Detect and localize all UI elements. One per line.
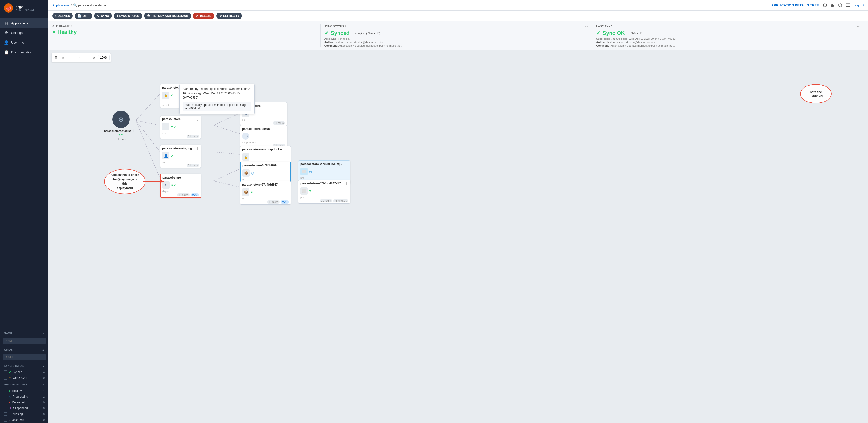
- access-annotation-container: Access this to check the Quay Image of t…: [104, 169, 146, 194]
- zoom-in-btn[interactable]: +: [69, 54, 76, 61]
- filter-health-unknown[interactable]: ? Unknown 0: [0, 417, 49, 423]
- pod-old-more[interactable]: ⋮: [345, 182, 348, 185]
- filter-health-degraded[interactable]: ♥ Degraded 0: [0, 399, 49, 405]
- unknown-label: Unknown: [12, 418, 24, 422]
- healthy-label: Healthy: [12, 389, 22, 392]
- refresh-button[interactable]: ↻ REFRESH ▾: [216, 12, 242, 19]
- app-health-heart-icon: ♥: [52, 29, 56, 35]
- network-view-icon[interactable]: ⬡: [838, 3, 842, 8]
- tree-view-icon[interactable]: ⬡: [823, 3, 827, 8]
- details-label: DETAILS: [58, 14, 70, 18]
- deploy-more[interactable]: ⋮: [195, 176, 199, 180]
- current-app-name: parasol-store-staging: [78, 3, 107, 7]
- sync-author-label: Author:: [324, 41, 334, 43]
- sidebar-nav: ▦ Applications ⚙ Settings 👤 User Info 📋 …: [0, 16, 49, 330]
- pod-old-status: running 1/1: [333, 199, 348, 202]
- rs-old-rev: rev:1: [281, 200, 289, 203]
- degraded-checkbox[interactable]: [4, 401, 7, 404]
- root-node[interactable]: ⊕ parasol-store-staging ⋮ − ♥ ✔ 11 hours: [104, 111, 138, 141]
- root-node-more[interactable]: ⋮: [132, 129, 135, 132]
- secret-top-icon: 🔒: [162, 92, 169, 99]
- filter-health-progressing[interactable]: ◎ Progressing 2: [0, 394, 49, 399]
- filter-health-suspended[interactable]: ⏸ Suspended 0: [0, 405, 49, 411]
- filter-sync-synced[interactable]: ✔ Synced 4: [0, 369, 49, 375]
- last-sync-more[interactable]: ···: [857, 24, 860, 29]
- name-filter-input[interactable]: [3, 338, 45, 344]
- outofsync-label: OutOfSync: [13, 376, 27, 380]
- filter-health-missing[interactable]: ⚠ Missing 0: [0, 411, 49, 417]
- node-deploy[interactable]: parasol-store ⋮ ↻ ♥ ✔ deploy 11 hours re…: [160, 174, 201, 198]
- suspended-checkbox[interactable]: [4, 406, 7, 410]
- sync-label: SYNC: [101, 14, 109, 18]
- suspended-label: Suspended: [13, 406, 28, 410]
- argo-logo-icon: 🐙: [4, 3, 13, 12]
- filter-health-healthy[interactable]: ♥ Healthy 4: [0, 388, 49, 394]
- zoom-out-btn[interactable]: −: [76, 54, 83, 61]
- list-view-icon[interactable]: ☰: [846, 3, 850, 8]
- secret-docker-label: parasol-store-staging-docker...: [242, 148, 285, 151]
- pod-old-icon: ⬜: [301, 187, 308, 195]
- synced-checkbox[interactable]: [4, 370, 7, 374]
- breadcrumb-applications[interactable]: Applications: [52, 3, 69, 7]
- ep-more[interactable]: ⋮: [282, 104, 285, 108]
- zoom-fit-btn[interactable]: ⊠: [91, 54, 97, 61]
- history-rollback-button[interactable]: ⏱ HISTORY AND ROLLBACK: [144, 12, 191, 19]
- details-button[interactable]: ℹ DETAILS: [52, 12, 73, 19]
- sidebar-item-applications[interactable]: ▦ Applications: [0, 18, 49, 28]
- degraded-count: 0: [43, 401, 44, 404]
- breadcrumb-separator: /: [71, 3, 72, 7]
- nav-label-settings: Settings: [11, 31, 23, 35]
- node-rs-old[interactable]: parasol-store-57b4fdd847 ⋮ 📦 ♥ rs 11 hou…: [240, 181, 291, 205]
- fit-view-btn[interactable]: ⊡: [84, 54, 90, 61]
- box-view-btn[interactable]: ⊞: [60, 54, 67, 61]
- last-sync-card: LAST SYNC ℹ ··· ✔ Sync OK to 7b2dcd6 Suc…: [592, 24, 864, 47]
- sidebar-item-documentation[interactable]: 📋 Documentation: [0, 47, 49, 57]
- filter-sync-outofsync[interactable]: ⚠ OutOfSync 0: [0, 375, 49, 381]
- endpointslice-more[interactable]: ⋮: [282, 127, 285, 131]
- zoom-input[interactable]: [98, 55, 110, 60]
- last-sync-comment-value: Automatically updated manifest to point …: [611, 44, 675, 47]
- sync-status-more[interactable]: ···: [585, 24, 588, 29]
- topbar-right: APPLICATION DETAILS TREE ⬡ ⊞ ⬡ ☰ Log out: [772, 3, 864, 8]
- secret-docker-more[interactable]: ⋮: [285, 148, 289, 152]
- grid-view-icon[interactable]: ⊞: [831, 3, 834, 8]
- healthy-checkbox[interactable]: [4, 389, 7, 392]
- node-pod-old[interactable]: parasol-store-57b4fdd847-4l7... ⋮ ⬜ ♥ po…: [298, 180, 350, 203]
- node-endpointslice[interactable]: parasol-store-8k698 ⋮ ES endpointslice 1…: [240, 125, 287, 148]
- svc-time: 11 hours: [187, 135, 199, 138]
- tooltip-message: Automatically updated manifest to point …: [183, 102, 251, 111]
- sync-status-label: SYNC STATUS: [119, 14, 139, 18]
- sidebar-item-settings[interactable]: ⚙ Settings: [0, 28, 49, 38]
- filter-health-header[interactable]: HEALTH STATUS ▲: [0, 381, 49, 388]
- app-health-value: Healthy: [58, 29, 76, 35]
- secret-top-label: parasol-sto...: [162, 86, 180, 89]
- logout-button[interactable]: Log out: [854, 3, 864, 7]
- sidebar-item-user-info[interactable]: 👤 User Info: [0, 38, 49, 47]
- sync-status-icon: ℹ: [117, 14, 118, 18]
- filter-section-sync-status: SYNC STATUS ▲ ✔ Synced 4 ⚠ OutOfSync 0: [0, 362, 49, 381]
- svc-more[interactable]: ⋮: [196, 117, 199, 121]
- delete-button[interactable]: ✕ DELETE: [193, 12, 214, 19]
- filter-kinds-label: KINDS: [4, 348, 13, 351]
- rs-new-more[interactable]: ⋮: [285, 164, 288, 167]
- node-sa[interactable]: parasol-store-staging ⋮ 👤 ✔ sa 11 hours: [160, 144, 201, 168]
- filter-kinds-header[interactable]: KINDS ▲: [0, 346, 49, 353]
- outofsync-checkbox[interactable]: [4, 376, 7, 380]
- rs-old-more[interactable]: ⋮: [285, 183, 289, 187]
- list-view-btn[interactable]: ☰: [53, 54, 59, 61]
- diff-button[interactable]: 📄 DIFF: [75, 12, 92, 19]
- sync-button[interactable]: ↻ SYNC: [94, 12, 112, 19]
- pod-new-more[interactable]: ⋮: [345, 162, 348, 166]
- missing-checkbox[interactable]: [4, 412, 7, 416]
- root-node-minus[interactable]: −: [136, 129, 137, 132]
- tooltip-line1: Authored by Tekton Pipeline <tekton@rhde…: [183, 87, 251, 91]
- filter-sync-status-header[interactable]: SYNC STATUS ▲: [0, 362, 49, 369]
- kinds-filter-input[interactable]: [3, 354, 45, 360]
- unknown-checkbox[interactable]: [4, 418, 7, 422]
- progressing-checkbox[interactable]: [4, 395, 7, 398]
- documentation-icon: 📋: [4, 50, 9, 55]
- sa-more[interactable]: ⋮: [196, 146, 199, 150]
- sync-status-button[interactable]: ℹ SYNC STATUS: [114, 12, 142, 19]
- node-svc[interactable]: parasol-store ⋮ ⊞ ♥ ✔ svc 11 hours: [160, 116, 201, 139]
- filter-name-header[interactable]: NAME ▲: [0, 330, 49, 337]
